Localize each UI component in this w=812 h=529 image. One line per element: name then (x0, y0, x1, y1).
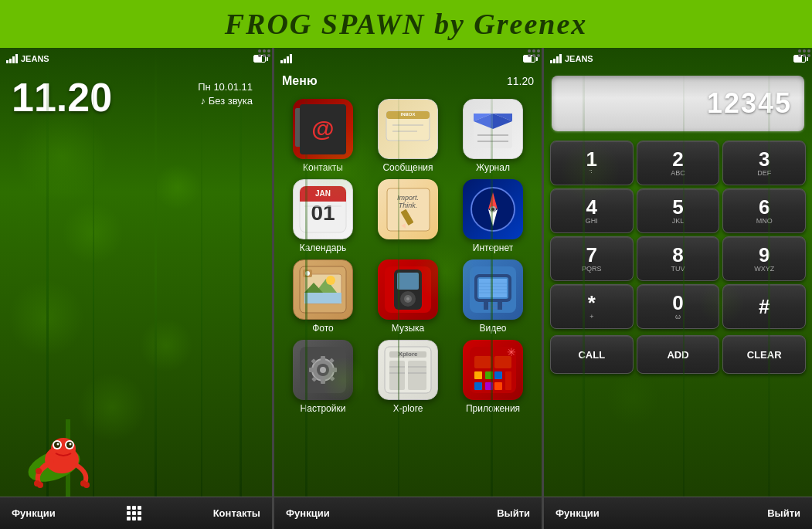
key-6[interactable]: 6 MNO (722, 188, 806, 233)
svg-point-74 (320, 367, 326, 373)
key-4-number: 4 (586, 197, 597, 217)
menu-header: Меню 11.20 (274, 70, 542, 93)
svg-text:INBOX: INBOX (400, 112, 415, 117)
svg-text:JAN: JAN (315, 189, 331, 198)
key-hash[interactable]: # (722, 284, 806, 329)
menu-item-notepad[interactable]: Import. Think. (369, 179, 447, 253)
dialer-display: 12345 (552, 76, 804, 131)
xplore-icon: Xplore (378, 340, 438, 400)
messages-label: Сообщения (382, 162, 433, 173)
menu-item-video[interactable]: Видео (454, 259, 532, 334)
menu-item-xplore[interactable]: Xplore X-plore (369, 340, 447, 414)
svg-point-50 (326, 276, 335, 285)
key-8-number: 8 (672, 245, 683, 265)
svg-rect-77 (309, 368, 314, 372)
menu-exit-btn[interactable]: Выйти (497, 507, 530, 519)
menu-toolbar: Функции Выйти (274, 497, 542, 529)
svg-rect-102 (505, 371, 511, 390)
banner-title: FROG SPAWN by Greenex (225, 7, 588, 41)
svg-rect-47 (304, 293, 341, 303)
key-9[interactable]: 9 WXYZ (722, 236, 806, 281)
key-0[interactable]: 0 ω (637, 284, 720, 329)
clock-date: Пн 10.01.11 (198, 77, 260, 93)
svg-point-14 (36, 468, 42, 474)
menu-item-messages[interactable]: INBOX Сообщения (369, 99, 447, 173)
signal-icon-menu (280, 54, 292, 63)
journal-icon (463, 99, 523, 159)
menu-item-contacts[interactable]: @ Контакты (284, 99, 362, 173)
svg-point-58 (406, 297, 409, 300)
key-5[interactable]: 5 JKL (637, 188, 720, 233)
menu-item-photos[interactable]: Фото (284, 259, 362, 334)
home-functions-btn[interactable]: Функции (12, 507, 56, 519)
svg-rect-70 (498, 302, 502, 310)
dots-decor-dialer (798, 49, 810, 57)
svg-rect-99 (474, 382, 482, 390)
home-contacts-btn[interactable]: Контакты (213, 507, 260, 519)
calendar-icon: JAN 01 (293, 179, 353, 239)
svg-text:Xplore: Xplore (399, 351, 418, 358)
svg-text:Think.: Think. (398, 202, 417, 209)
key-star-letters: + (589, 314, 593, 320)
apps-icon: ✳ (463, 340, 523, 400)
svg-point-9 (70, 443, 72, 446)
key-3[interactable]: 3 DEF (722, 141, 806, 185)
key-9-letters: WXYZ (754, 266, 774, 273)
svg-rect-76 (321, 379, 325, 384)
dialer-number: 12345 (707, 87, 792, 120)
svg-rect-96 (474, 371, 482, 379)
carrier-dialer: JEANS (565, 54, 593, 63)
svg-rect-86 (408, 361, 426, 390)
signal-icon (6, 54, 18, 63)
key-7-number: 7 (586, 245, 597, 265)
svg-point-13 (83, 482, 90, 488)
panel-dialer: JEANS 12345 1 ·̈ 2 ABC (544, 48, 812, 529)
contacts-icon: @ (293, 99, 353, 159)
home-toolbar: Функции Контакты (0, 497, 272, 529)
photos-label: Фото (312, 323, 334, 334)
key-star[interactable]: * + (550, 284, 634, 329)
svg-rect-78 (332, 368, 337, 372)
music-label: Музыка (392, 323, 424, 334)
svg-rect-101 (494, 382, 502, 390)
dots-decor-menu (528, 49, 540, 57)
dots-decor-home (258, 49, 270, 57)
panel-menu: Меню 11.20 @ Контакты (272, 48, 544, 529)
menu-time: 11.20 (507, 75, 534, 87)
grid-menu-icon[interactable] (127, 506, 141, 521)
video-label: Видео (479, 323, 506, 334)
call-button[interactable]: CALL (550, 335, 634, 374)
key-7[interactable]: 7 PQRS (550, 236, 634, 281)
frog-illustration (23, 419, 116, 497)
add-label: ADD (667, 349, 688, 361)
dialer-functions-btn[interactable]: Функции (555, 507, 600, 519)
svg-rect-69 (484, 302, 488, 310)
clear-button[interactable]: CLEAR (722, 335, 806, 374)
carrier-home: JEANS (21, 54, 49, 63)
menu-functions-btn[interactable]: Функции (286, 507, 330, 519)
add-button[interactable]: ADD (637, 335, 720, 374)
svg-rect-94 (474, 356, 491, 368)
key-4[interactable]: 4 GHI (550, 188, 634, 233)
menu-item-internet[interactable]: Интернет (454, 179, 532, 253)
menu-item-calendar[interactable]: JAN 01 Календарь (284, 179, 362, 253)
status-bar-home: JEANS (0, 48, 272, 70)
svg-rect-85 (389, 361, 405, 390)
key-0-number: 0 (672, 293, 683, 313)
app-banner: FROG SPAWN by Greenex (0, 0, 812, 48)
menu-item-journal[interactable]: Журнал (454, 99, 532, 173)
contacts-label: Контакты (303, 162, 343, 173)
menu-grid: @ Контакты INBOX Сообщени (274, 93, 542, 420)
svg-rect-75 (321, 356, 325, 361)
key-1[interactable]: 1 ·̈ (550, 141, 634, 185)
key-8[interactable]: 8 TUV (637, 236, 720, 281)
menu-item-settings[interactable]: Настройки (284, 340, 362, 414)
video-icon (463, 259, 523, 320)
key-2[interactable]: 2 ABC (637, 141, 720, 185)
notepad-icon: Import. Think. (378, 179, 438, 239)
internet-icon (463, 179, 523, 239)
menu-item-music[interactable]: Музыка (369, 259, 447, 334)
menu-item-apps[interactable]: ✳ Приложения (454, 340, 532, 414)
dialer-exit-btn[interactable]: Выйти (767, 507, 800, 519)
clock-silent: ♪ Без звука (198, 93, 260, 107)
